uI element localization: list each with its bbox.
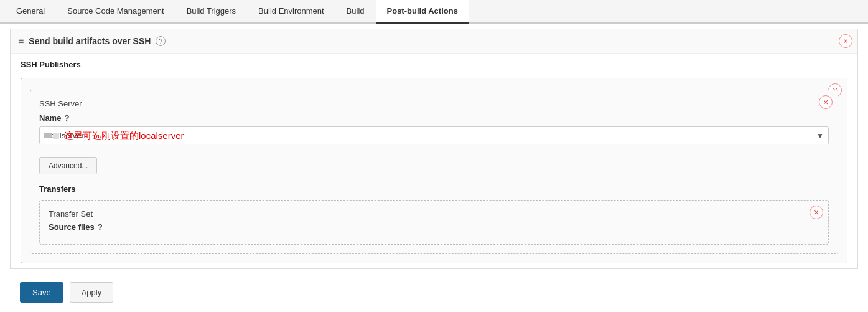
name-label: Name ?: [39, 113, 829, 123]
server-select-wrapper: localserver 这里可选刚设置的localserver ▼: [39, 126, 829, 144]
tab-bar: General Source Code Management Build Tri…: [0, 0, 868, 24]
transfer-set-close-button[interactable]: ×: [810, 206, 823, 219]
send-ssh-panel: ≡ Send build artifacts over SSH ? × SSH …: [10, 29, 858, 269]
save-button[interactable]: Save: [20, 282, 63, 303]
name-field-group: Name ? localserver 这里可选刚设置的localserver: [39, 113, 829, 144]
apply-button[interactable]: Apply: [70, 282, 114, 303]
ssh-server-close-button[interactable]: ×: [819, 95, 833, 109]
tab-build[interactable]: Build: [335, 0, 376, 24]
tab-post-build-actions[interactable]: Post-build Actions: [376, 0, 469, 24]
panel-title: Send build artifacts over SSH: [29, 36, 151, 46]
tab-build-triggers[interactable]: Build Triggers: [175, 0, 247, 24]
transfers-label: Transfers: [39, 179, 829, 196]
ssh-server-box: × SSH Server Name ? localserver 这里可选刚设: [30, 90, 838, 254]
bottom-bar: Save Apply: [10, 277, 858, 308]
tab-general[interactable]: General: [5, 0, 56, 24]
name-help-icon[interactable]: ?: [64, 113, 69, 123]
source-files-label: Source files ?: [49, 222, 819, 232]
drag-handle-icon[interactable]: ≡: [18, 35, 24, 47]
source-files-help-icon[interactable]: ?: [98, 222, 103, 232]
server-name-select[interactable]: localserver: [39, 126, 829, 144]
ssh-server-title: SSH Server: [39, 99, 829, 108]
transfer-set-title: Transfer Set: [49, 209, 819, 219]
ssh-publishers-box: × × SSH Server Name ? localserver: [21, 78, 847, 263]
advanced-button[interactable]: Advanced...: [39, 157, 97, 174]
panel-help-icon[interactable]: ?: [156, 36, 166, 46]
main-content: ≡ Send build artifacts over SSH ? × SSH …: [0, 24, 868, 312]
panel-header: ≡ Send build artifacts over SSH ?: [11, 29, 857, 54]
ssh-publishers-label: SSH Publishers: [11, 54, 857, 73]
transfer-set-box: × Transfer Set Source files ?: [39, 200, 829, 245]
tab-build-environment[interactable]: Build Environment: [247, 0, 335, 24]
tab-source-code-management[interactable]: Source Code Management: [56, 0, 175, 24]
panel-close-button[interactable]: ×: [839, 34, 852, 48]
